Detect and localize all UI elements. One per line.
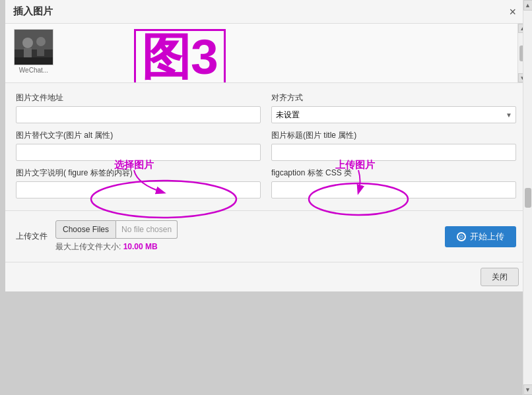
- modal-header: 插入图片 ×: [5, 0, 527, 24]
- form-group-url: 图片文件地址: [16, 92, 261, 123]
- upload-icon: ⊙: [457, 232, 466, 241]
- figcaption-label: figcaption 标签 CSS 类: [271, 167, 516, 179]
- upload-area: 上传文件 Choose Files No file chosen 最大上传文件大…: [5, 211, 527, 262]
- no-file-label: No file chosen: [116, 220, 178, 239]
- upload-btn-label: 开始上传: [470, 231, 504, 243]
- figcaption-input[interactable]: [271, 181, 516, 198]
- form-row-2: 图片替代文字(图片 alt 属性) 图片标题(图片 title 属性): [16, 130, 516, 161]
- footer-close-button[interactable]: 关闭: [481, 268, 519, 286]
- choose-files-button[interactable]: Choose Files: [55, 220, 116, 239]
- upload-button[interactable]: ⊙ 开始上传: [445, 226, 516, 247]
- max-size-text: 最大上传文件大小:: [55, 242, 121, 251]
- preview-image-item[interactable]: WeChat...: [11, 29, 57, 74]
- svg-rect-3: [24, 48, 32, 59]
- alignment-select-wrapper: 未设置 左对齐 居中 右对齐 ▼: [271, 106, 516, 123]
- main-scroll-up[interactable]: ▲: [523, 0, 533, 11]
- file-input-row: Choose Files No file chosen: [55, 220, 178, 239]
- upload-label: 上传文件: [16, 231, 48, 242]
- form-row-3: 图片文字说明( figure 标签的内容) figcaption 标签 CSS …: [16, 167, 516, 198]
- form-group-title: 图片标题(图片 title 属性): [271, 130, 516, 161]
- max-size-label: 最大上传文件大小: 10.00 MB: [55, 241, 158, 253]
- upload-section: Choose Files No file chosen 最大上传文件大小: 10…: [55, 220, 178, 253]
- svg-point-2: [22, 38, 33, 48]
- svg-rect-5: [37, 47, 44, 56]
- main-scroll-thumb: [525, 188, 531, 208]
- max-size-value: 10.00 MB: [123, 242, 158, 251]
- form-group-figure-content: 图片文字说明( figure 标签的内容): [16, 167, 261, 198]
- title-input[interactable]: [271, 144, 516, 161]
- title-label: 图片标题(图片 title 属性): [271, 130, 516, 141]
- figure3-annotation: 图3: [134, 29, 226, 83]
- alignment-label: 对齐方式: [271, 92, 516, 104]
- figure-content-input[interactable]: [16, 181, 261, 198]
- modal-overlay: 插入图片 ×: [0, 0, 532, 395]
- preview-img-label: WeChat...: [19, 67, 48, 74]
- image-url-input[interactable]: [16, 106, 261, 123]
- image-url-label: 图片文件地址: [16, 92, 261, 104]
- form-area: 图片文件地址 对齐方式 未设置 左对齐 居中 右对齐 ▼: [5, 83, 527, 211]
- main-scrollbar[interactable]: ▲ ▼: [523, 0, 532, 395]
- svg-point-4: [36, 37, 46, 46]
- modal-close-button[interactable]: ×: [506, 6, 519, 18]
- form-row-1: 图片文件地址 对齐方式 未设置 左对齐 居中 右对齐 ▼: [16, 92, 516, 123]
- form-group-alignment: 对齐方式 未设置 左对齐 居中 右对齐 ▼: [271, 92, 516, 123]
- form-group-alt: 图片替代文字(图片 alt 属性): [16, 130, 261, 161]
- main-scroll-down[interactable]: ▼: [523, 384, 533, 395]
- preview-img: [14, 29, 53, 65]
- form-group-figcaption: figcaption 标签 CSS 类: [271, 167, 516, 198]
- alt-label: 图片替代文字(图片 alt 属性): [16, 130, 261, 141]
- alignment-select[interactable]: 未设置 左对齐 居中 右对齐: [271, 106, 516, 123]
- figure-content-label: 图片文字说明( figure 标签的内容): [16, 167, 261, 179]
- modal: 插入图片 ×: [5, 0, 527, 291]
- svg-rect-6: [15, 57, 53, 65]
- modal-footer: 关闭: [5, 262, 527, 291]
- preview-area: WeChat... ▲ ▼ 图3: [5, 24, 527, 83]
- modal-title: 插入图片: [13, 5, 53, 18]
- alt-input[interactable]: [16, 144, 261, 161]
